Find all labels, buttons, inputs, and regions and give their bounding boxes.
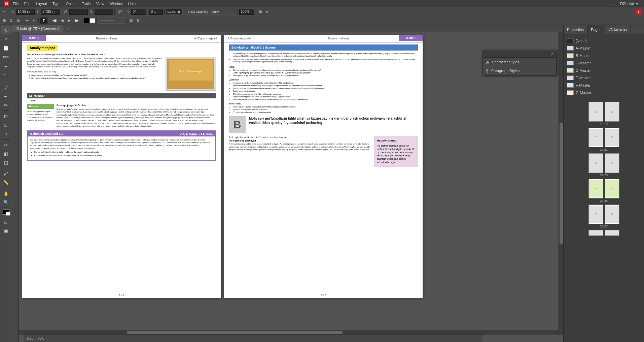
stroke-style[interactable]: ————— bbox=[98, 18, 125, 24]
float-panel-minimize[interactable]: — bbox=[546, 52, 550, 56]
big-section-title-block: Moliyaviy ma'lumotlarni tahlil qilish va… bbox=[249, 116, 418, 125]
page-22-thumb[interactable]: 22 bbox=[588, 153, 603, 173]
stroke-weight[interactable]: 0.1667 in bbox=[166, 9, 183, 15]
menu-object[interactable]: Object bbox=[63, 0, 79, 7]
tb2-prev-page[interactable]: ◀ bbox=[59, 17, 65, 24]
tb2-next-frame[interactable]: ▮▶ bbox=[73, 17, 81, 24]
fill-color[interactable] bbox=[84, 18, 89, 23]
ellipse-tool[interactable]: ○ bbox=[1, 130, 11, 138]
tb2-next-page[interactable]: ▶ bbox=[66, 17, 72, 24]
tb2-item1[interactable]: ⊞ bbox=[1, 17, 7, 24]
page-27-thumb[interactable]: 27 bbox=[605, 205, 619, 224]
rotation-input[interactable] bbox=[131, 9, 146, 15]
menu-type[interactable]: Type bbox=[50, 0, 63, 7]
spread-20-21: 20 21 20-21 bbox=[566, 128, 641, 151]
b-master[interactable]: B-Master bbox=[565, 52, 643, 59]
scrollbar-horizontal[interactable] bbox=[19, 330, 559, 335]
tb2-align-left[interactable]: ⊡ bbox=[128, 17, 134, 24]
type-tool[interactable]: T bbox=[1, 64, 11, 72]
tb2-undo[interactable]: ↩ bbox=[24, 17, 30, 24]
menu-window[interactable]: Window bbox=[107, 0, 125, 7]
type-on-path-tool[interactable]: ⌒T bbox=[1, 72, 11, 81]
h-input[interactable] bbox=[95, 9, 113, 15]
j-6: Taqdimotimni tinglovchilar oldida uni na… bbox=[233, 96, 418, 98]
stroke-swatch[interactable] bbox=[6, 212, 10, 216]
hand-tool[interactable]: ✋ bbox=[1, 189, 11, 197]
tb2-item2[interactable]: ⊡ bbox=[8, 17, 14, 24]
measure-tool[interactable]: 📏 bbox=[1, 178, 11, 186]
eyedropper-tool[interactable]: 🖊 bbox=[1, 169, 11, 178]
tb2-redo[interactable]: ↪ bbox=[31, 17, 37, 24]
page-21-thumb[interactable]: 21 bbox=[605, 128, 619, 147]
menu-help[interactable]: Help bbox=[125, 0, 138, 7]
hscroll-thumb[interactable] bbox=[127, 331, 343, 334]
preview-mode[interactable]: ▣ bbox=[1, 227, 11, 235]
scrollbar-vertical[interactable] bbox=[559, 32, 563, 335]
page-20-thumb[interactable]: 20 bbox=[588, 128, 603, 147]
zoom-tool[interactable]: 🔍 bbox=[1, 198, 11, 206]
minimize-button[interactable]: — bbox=[604, 0, 617, 7]
tb2-prev-frame[interactable]: ◀▮ bbox=[50, 17, 59, 24]
menu-view[interactable]: View bbox=[94, 0, 107, 7]
d-master[interactable]: D-Master bbox=[565, 67, 643, 74]
view-options[interactable]: ⊞ bbox=[257, 8, 263, 15]
page-24-thumb[interactable]: 24 bbox=[588, 179, 603, 198]
havola-text: Bozor kengaytirishi haqida ko'proq ma'lu… bbox=[27, 110, 54, 122]
line-tool[interactable]: ╱ bbox=[1, 84, 11, 92]
page-25-thumb[interactable]: 25 bbox=[605, 179, 619, 198]
frame-type-dropdown[interactable]: Basic Graphics Frame▾ bbox=[186, 9, 236, 15]
w-input[interactable] bbox=[69, 9, 88, 15]
page-19-thumb[interactable]: 19 bbox=[605, 102, 619, 122]
menu-layout[interactable]: Layout bbox=[33, 0, 50, 7]
page-29-thumb[interactable]: 29 bbox=[605, 230, 619, 236]
paragraph-styles-item[interactable]: ¶ Paragraph Styles bbox=[483, 66, 556, 75]
page-28-thumb[interactable]: 28 bbox=[588, 230, 603, 236]
doc-close-btn[interactable]: × bbox=[64, 27, 71, 31]
normal-mode[interactable]: □ bbox=[1, 218, 11, 226]
c-master[interactable]: C-Master bbox=[565, 59, 643, 67]
rectangle-tool[interactable]: □ bbox=[1, 121, 11, 129]
scissors-tool[interactable]: ✂ bbox=[1, 141, 11, 149]
e-master[interactable]: E-Master bbox=[565, 74, 643, 82]
constrain-proportions[interactable]: 🔗 bbox=[116, 8, 123, 15]
a-master[interactable]: A-Master bbox=[565, 44, 643, 52]
gradient-tool[interactable]: ◧ bbox=[1, 150, 11, 158]
rectangle-frame-tool[interactable]: ⊡ bbox=[1, 112, 11, 120]
gap-tool[interactable]: ⟺ bbox=[1, 53, 11, 61]
gradient-feather-tool[interactable]: ◫ bbox=[1, 158, 11, 166]
stroke-input[interactable] bbox=[149, 9, 163, 15]
doc-tab[interactable]: *3.indd @ 75% [Converted] bbox=[12, 25, 64, 32]
pencil-tool[interactable]: ✏ bbox=[1, 101, 11, 109]
y-input[interactable] bbox=[41, 9, 60, 15]
direct-selection-tool[interactable]: ↗ bbox=[1, 35, 11, 43]
f-master[interactable]: F-Master bbox=[565, 82, 643, 89]
tb2-align-center[interactable]: ⊞ bbox=[135, 17, 141, 24]
zoom-input[interactable] bbox=[239, 9, 254, 15]
menu-file[interactable]: File bbox=[10, 0, 22, 7]
align-panel[interactable]: ≡ bbox=[264, 8, 270, 15]
menu-edit[interactable]: Edit bbox=[22, 0, 33, 7]
restore-button[interactable]: ❐ bbox=[617, 0, 631, 7]
character-styles-item[interactable]: A Character Styles bbox=[483, 58, 556, 66]
g-master[interactable]: G-Master bbox=[565, 89, 643, 96]
fill-swatch[interactable] bbox=[3, 209, 9, 215]
tb2-item3[interactable]: ▤ bbox=[15, 17, 21, 24]
selection-tool[interactable]: ↖ bbox=[1, 26, 11, 34]
none-master[interactable]: [None] bbox=[565, 37, 643, 44]
x-input[interactable] bbox=[16, 9, 35, 15]
tab-properties[interactable]: Properties bbox=[564, 25, 587, 34]
stroke-color[interactable] bbox=[90, 18, 95, 23]
page-23-thumb[interactable]: 23 bbox=[605, 153, 619, 173]
y-label: Y: bbox=[35, 10, 40, 13]
vscroll-thumb[interactable] bbox=[560, 123, 563, 244]
menu-table[interactable]: Table bbox=[79, 0, 93, 7]
page-18-thumb[interactable]: 18 bbox=[588, 102, 603, 122]
close-button[interactable]: × bbox=[631, 0, 644, 7]
page-tool[interactable]: 📄 bbox=[1, 44, 11, 52]
tab-cc-libraries[interactable]: CC Libraries bbox=[605, 25, 631, 34]
page-26-thumb[interactable]: 26 bbox=[588, 205, 603, 224]
pen-tool[interactable]: ✒ bbox=[1, 92, 11, 100]
float-panel-close-btn[interactable]: × bbox=[551, 52, 553, 56]
select-tool[interactable]: ↖ bbox=[1, 8, 7, 15]
tab-pages[interactable]: Pages bbox=[587, 25, 605, 34]
